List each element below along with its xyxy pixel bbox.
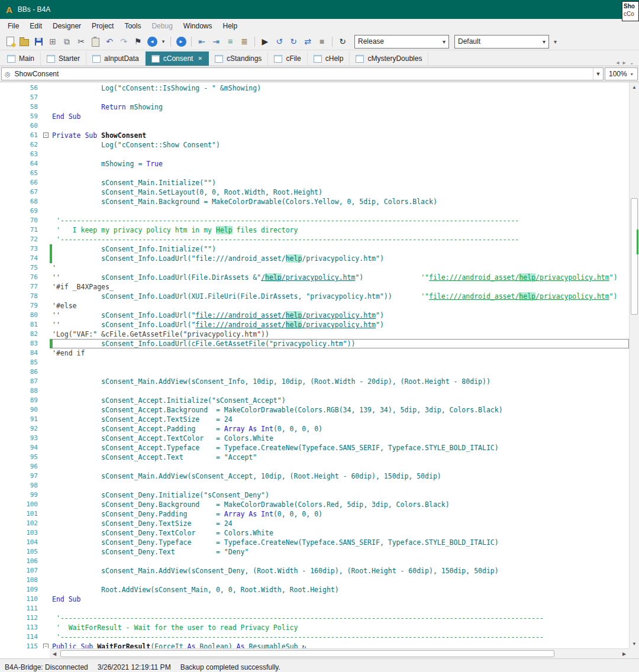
tab-scroll-right-icon[interactable]: ▸ <box>623 59 626 66</box>
copy-icon[interactable]: ⧉ <box>60 35 73 48</box>
scroll-up-icon[interactable]: ▲ <box>630 82 639 92</box>
code-text[interactable] <box>52 121 629 131</box>
navigate-back-icon[interactable]: ◄ <box>146 35 159 48</box>
tab-starter[interactable]: Starter <box>41 51 86 66</box>
code-text[interactable]: sConsent_Accept.Typeface = Typeface.Crea… <box>52 443 629 453</box>
scroll-down-icon[interactable]: ▼ <box>630 639 639 648</box>
tab-cmysterydoubles[interactable]: cMysteryDoubles <box>350 51 428 66</box>
code-text[interactable] <box>52 604 629 613</box>
stop-icon[interactable]: ■ <box>315 35 328 48</box>
indent-icon[interactable]: ⇥ <box>209 35 222 48</box>
code-text[interactable] <box>52 481 629 490</box>
code-text[interactable]: sConsent_Accept.TextSize = 24 <box>52 415 629 424</box>
code-text[interactable]: Public Sub WaitForResult(ForceIt As Bool… <box>52 642 629 648</box>
run-icon[interactable]: ▶ <box>259 35 272 48</box>
uncomment-icon[interactable]: ≣ <box>238 35 251 48</box>
step-out-icon[interactable]: ⇄ <box>301 35 314 48</box>
menu-windows[interactable]: Windows <box>178 20 218 32</box>
tab-main[interactable]: Main <box>1 51 41 66</box>
code-area[interactable]: 56 Log("cConsent::IsShowing - " &mShowin… <box>0 82 629 648</box>
code-text[interactable]: sConsent_Deny.Typeface = Typeface.Create… <box>52 538 629 547</box>
code-text[interactable]: End Sub <box>52 112 629 121</box>
scroll-right-icon[interactable]: ▶ <box>619 649 629 658</box>
code-text[interactable]: '---------------------------------------… <box>52 235 629 244</box>
tab-scroll-left-icon[interactable]: ◂ <box>617 59 619 66</box>
member-navigator-select[interactable]: ◎ ShowConsent ▼ <box>1 67 604 80</box>
build-configuration-select[interactable]: Release <box>354 35 449 49</box>
code-text[interactable]: Log("cConsent::IsShowing - " &mShowing) <box>52 83 629 93</box>
code-text[interactable]: sConsent_Accept.Padding = Array As Int(0… <box>52 424 629 434</box>
code-text[interactable] <box>52 386 629 396</box>
menu-project[interactable]: Project <box>86 20 119 32</box>
code-text[interactable]: '' sConsent_Info.LoadUrl("file:///androi… <box>52 320 629 329</box>
code-text[interactable] <box>52 367 629 377</box>
modules-icon[interactable]: ⊞ <box>46 35 59 48</box>
code-text[interactable]: End Sub <box>52 595 629 604</box>
code-text[interactable]: sConsent_Info.LoadUrl(XUI.FileUri(File.D… <box>52 292 629 301</box>
menu-debug[interactable]: Debug <box>146 20 178 32</box>
code-text[interactable]: mShowing = True <box>52 159 629 169</box>
redo-icon[interactable]: ↷ <box>117 35 130 48</box>
code-text[interactable]: Log("cConsent::Show Consent") <box>52 140 629 150</box>
menu-help[interactable]: Help <box>218 20 243 32</box>
navigate-forward-icon[interactable]: ► <box>175 35 188 48</box>
code-text[interactable] <box>52 462 629 471</box>
member-navigator-caret-icon[interactable]: ▼ <box>593 68 603 80</box>
code-text[interactable]: sConsent_Main.AddView(sConsent_Info, 10d… <box>52 377 629 386</box>
tab-cstandings[interactable]: cStandings <box>209 51 268 66</box>
code-text[interactable] <box>52 150 629 159</box>
code-text[interactable]: sConsent_Main.Initialize("") <box>52 178 629 188</box>
horizontal-scrollbar-thumb[interactable] <box>60 650 554 657</box>
code-text[interactable]: sConsent_Deny.TextColor = Colors.White <box>52 528 629 538</box>
scroll-left-icon[interactable]: ◀ <box>50 649 59 658</box>
build-profile-select[interactable]: Default <box>454 35 549 49</box>
code-text[interactable]: sConsent_Deny.Text = "Deny" <box>52 547 629 557</box>
code-text[interactable]: Return mShowing <box>52 102 629 112</box>
bookmark-icon[interactable]: ⚑ <box>131 35 144 48</box>
code-text[interactable] <box>52 358 629 367</box>
tab-chelp[interactable]: cHelp <box>308 51 350 66</box>
code-text[interactable]: '#else <box>52 301 629 311</box>
fold-collapse-icon[interactable]: - <box>43 133 49 138</box>
vertical-scrollbar[interactable]: ▲ ▼ <box>629 82 639 648</box>
tab-close-icon[interactable]: ✕ <box>198 56 202 62</box>
code-text[interactable] <box>52 576 629 585</box>
undo-icon[interactable]: ↶ <box>103 35 116 48</box>
toolbar-overflow-caret-icon[interactable]: ▾ <box>554 38 557 45</box>
code-text[interactable]: 'Log("VAF:" &cFile.GetAssetFile("privacy… <box>52 329 629 339</box>
tab-ainputdata[interactable]: aInputData <box>86 51 146 66</box>
code-text[interactable] <box>52 557 629 566</box>
code-text[interactable]: sConsent_Info.LoadUrl("file:///android_a… <box>52 254 629 263</box>
code-text[interactable]: sConsent_Accept.Text = "Accept" <box>52 453 629 462</box>
code-text[interactable]: sConsent_Main.AddView(sConsent_Deny, (Ro… <box>52 566 629 576</box>
code-text[interactable]: ' WaitForResult - Wait for the user to r… <box>52 623 629 632</box>
save-icon[interactable] <box>32 35 45 48</box>
code-text[interactable]: sConsent_Info.LoadUrl(cFile.GetAssetFile… <box>52 339 629 348</box>
code-text[interactable]: Private Sub ShowConsent <box>52 131 629 140</box>
menu-tools[interactable]: Tools <box>119 20 146 32</box>
code-text[interactable]: sConsent_Deny.TextSize = 24 <box>52 519 629 528</box>
code-text[interactable]: '---------------------------------------… <box>52 632 629 642</box>
code-text[interactable]: ' <box>52 263 629 273</box>
code-text[interactable]: sConsent_Accept.Background = MakeColorDr… <box>52 405 629 415</box>
navigate-back-caret-icon[interactable]: ▾ <box>160 35 167 48</box>
code-text[interactable]: sConsent_Main.AddView(sConsent_Accept, 1… <box>52 471 629 481</box>
code-text[interactable] <box>52 206 629 216</box>
code-text[interactable]: Root.AddView(sConsent_Main, 0, 0, Root.W… <box>52 585 629 595</box>
code-text[interactable]: '' sConsent_Info.LoadUrl(File.DirAssets … <box>52 273 629 282</box>
code-text[interactable]: '---------------------------------------… <box>52 613 629 623</box>
comment-icon[interactable]: ≡ <box>224 35 237 48</box>
menu-edit[interactable]: Edit <box>24 20 47 32</box>
unindent-icon[interactable]: ⇤ <box>195 35 208 48</box>
code-text[interactable]: '' sConsent_Info.LoadUrl("file:///androi… <box>52 311 629 320</box>
code-text[interactable]: sConsent_Deny.Background = MakeColorDraw… <box>52 500 629 509</box>
menu-file[interactable]: File <box>2 20 24 32</box>
code-text[interactable]: sConsent_Main.Background = MakeColorDraw… <box>52 197 629 206</box>
tab-list-caret-icon[interactable]: ⌄ <box>630 59 634 66</box>
step-into-icon[interactable]: ↺ <box>273 35 286 48</box>
tab-cfile[interactable]: cFile <box>268 51 307 66</box>
open-project-icon[interactable] <box>18 35 31 48</box>
code-text[interactable]: '#end if <box>52 348 629 358</box>
new-module-icon[interactable] <box>4 35 17 48</box>
cut-icon[interactable]: ✂ <box>75 35 88 48</box>
